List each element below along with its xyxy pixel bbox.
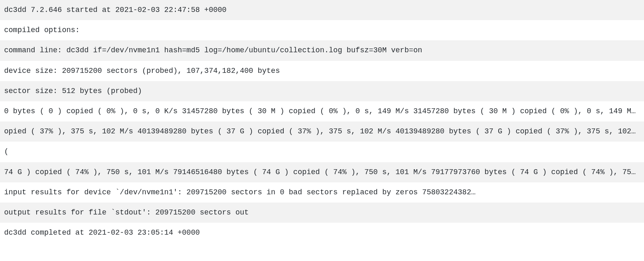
terminal-line: compiled options: (0, 20, 644, 40)
terminal-line: output results for file `stdout': 209715… (0, 203, 644, 223)
terminal-line: command line: dc3dd if=/dev/nvme1n1 hash… (0, 40, 644, 61)
terminal-line: 74 G ) copied ( 74% ), 750 s, 101 M/s 79… (0, 162, 644, 182)
terminal-line: dc3dd completed at 2021-02-03 23:05:14 +… (0, 223, 644, 243)
terminal-line: input results for device `/dev/nvme1n1':… (0, 182, 644, 203)
terminal-line: dc3dd 7.2.646 started at 2021-02-03 22:4… (0, 0, 644, 20)
terminal-line: sector size: 512 bytes (probed) (0, 81, 644, 101)
terminal-line: opied ( 37% ), 375 s, 102 M/s 4013948928… (0, 121, 644, 142)
terminal-output: dc3dd 7.2.646 started at 2021-02-03 22:4… (0, 0, 644, 243)
terminal-line: ( (0, 142, 644, 162)
terminal-line: device size: 209715200 sectors (probed),… (0, 61, 644, 81)
terminal-line: 0 bytes ( 0 ) copied ( 0% ), 0 s, 0 K/s … (0, 101, 644, 121)
